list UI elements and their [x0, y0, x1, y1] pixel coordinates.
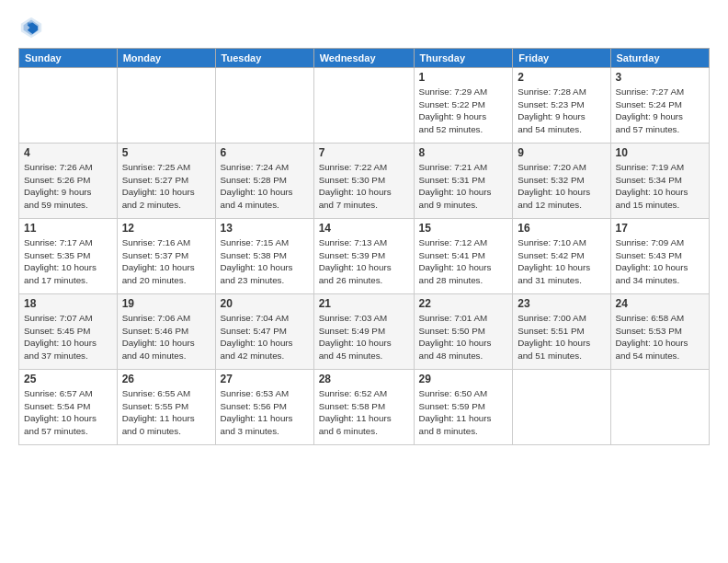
- day-number: 14: [319, 222, 409, 235]
- day-info: Sunrise: 7:20 AMSunset: 5:32 PMDaylight:…: [518, 161, 605, 212]
- calendar-week-row: 25Sunrise: 6:57 AMSunset: 5:54 PMDayligh…: [19, 370, 710, 445]
- day-number: 6: [221, 146, 309, 159]
- page: SundayMondayTuesdayWednesdayThursdayFrid…: [0, 0, 728, 563]
- day-info: Sunrise: 6:52 AMSunset: 5:58 PMDaylight:…: [319, 387, 409, 438]
- day-info: Sunrise: 7:10 AMSunset: 5:42 PMDaylight:…: [518, 236, 605, 287]
- calendar-cell: 7Sunrise: 7:22 AMSunset: 5:30 PMDaylight…: [313, 144, 414, 219]
- calendar-cell: 15Sunrise: 7:12 AMSunset: 5:41 PMDayligh…: [414, 219, 513, 294]
- day-number: 21: [319, 297, 409, 310]
- logo-icon: [18, 15, 44, 40]
- calendar-day-header: Saturday: [610, 49, 710, 68]
- calendar-cell: 16Sunrise: 7:10 AMSunset: 5:42 PMDayligh…: [513, 219, 610, 294]
- calendar-cell: 26Sunrise: 6:55 AMSunset: 5:55 PMDayligh…: [117, 370, 215, 445]
- calendar-cell: [313, 68, 414, 144]
- day-info: Sunrise: 7:01 AMSunset: 5:50 PMDaylight:…: [419, 312, 508, 362]
- calendar-cell: 14Sunrise: 7:13 AMSunset: 5:39 PMDayligh…: [313, 219, 414, 294]
- calendar-cell: 13Sunrise: 7:15 AMSunset: 5:38 PMDayligh…: [215, 219, 313, 294]
- day-number: 29: [419, 373, 508, 385]
- header: [18, 15, 710, 40]
- calendar-cell: 9Sunrise: 7:20 AMSunset: 5:32 PMDaylight…: [513, 144, 610, 219]
- day-number: 17: [616, 222, 705, 235]
- calendar-cell: 6Sunrise: 7:24 AMSunset: 5:28 PMDaylight…: [215, 144, 313, 219]
- day-number: 1: [419, 71, 508, 84]
- day-number: 3: [616, 71, 705, 84]
- day-number: 8: [419, 146, 508, 159]
- calendar-cell: 11Sunrise: 7:17 AMSunset: 5:35 PMDayligh…: [19, 219, 118, 294]
- day-number: 12: [122, 222, 210, 235]
- calendar-cell: 8Sunrise: 7:21 AMSunset: 5:31 PMDaylight…: [414, 144, 513, 219]
- day-number: 7: [319, 146, 409, 159]
- calendar-cell: 4Sunrise: 7:26 AMSunset: 5:26 PMDaylight…: [19, 144, 118, 219]
- calendar-cell: 28Sunrise: 6:52 AMSunset: 5:58 PMDayligh…: [313, 370, 414, 445]
- day-number: 25: [24, 373, 112, 385]
- day-info: Sunrise: 7:06 AMSunset: 5:46 PMDaylight:…: [122, 312, 210, 362]
- day-info: Sunrise: 7:04 AMSunset: 5:47 PMDaylight:…: [221, 312, 309, 362]
- day-info: Sunrise: 7:03 AMSunset: 5:49 PMDaylight:…: [319, 312, 409, 362]
- day-info: Sunrise: 7:07 AMSunset: 5:45 PMDaylight:…: [24, 312, 112, 362]
- calendar-cell: 10Sunrise: 7:19 AMSunset: 5:34 PMDayligh…: [610, 144, 710, 219]
- day-info: Sunrise: 7:09 AMSunset: 5:43 PMDaylight:…: [616, 236, 705, 287]
- calendar-day-header: Monday: [117, 49, 215, 68]
- calendar-cell: [513, 370, 610, 445]
- calendar-cell: 23Sunrise: 7:00 AMSunset: 5:51 PMDayligh…: [513, 294, 610, 370]
- day-info: Sunrise: 6:53 AMSunset: 5:56 PMDaylight:…: [221, 387, 309, 438]
- day-info: Sunrise: 7:00 AMSunset: 5:51 PMDaylight:…: [518, 312, 605, 362]
- day-number: 4: [24, 146, 112, 159]
- day-number: 5: [122, 146, 210, 159]
- calendar-cell: 5Sunrise: 7:25 AMSunset: 5:27 PMDaylight…: [117, 144, 215, 219]
- calendar-table: SundayMondayTuesdayWednesdayThursdayFrid…: [18, 48, 710, 445]
- calendar-day-header: Thursday: [414, 49, 513, 68]
- calendar-week-row: 11Sunrise: 7:17 AMSunset: 5:35 PMDayligh…: [19, 219, 710, 294]
- day-info: Sunrise: 7:21 AMSunset: 5:31 PMDaylight:…: [419, 161, 508, 212]
- day-info: Sunrise: 7:12 AMSunset: 5:41 PMDaylight:…: [419, 236, 508, 287]
- calendar-week-row: 4Sunrise: 7:26 AMSunset: 5:26 PMDaylight…: [19, 144, 710, 219]
- logo: [18, 15, 48, 40]
- day-info: Sunrise: 7:26 AMSunset: 5:26 PMDaylight:…: [24, 161, 112, 212]
- day-number: 26: [122, 373, 210, 385]
- calendar-cell: 3Sunrise: 7:27 AMSunset: 5:24 PMDaylight…: [610, 68, 710, 144]
- day-number: 16: [518, 222, 605, 235]
- calendar-cell: 18Sunrise: 7:07 AMSunset: 5:45 PMDayligh…: [19, 294, 118, 370]
- day-number: 24: [616, 297, 705, 310]
- calendar-cell: [610, 370, 710, 445]
- calendar-cell: 29Sunrise: 6:50 AMSunset: 5:59 PMDayligh…: [414, 370, 513, 445]
- calendar-day-header: Wednesday: [313, 49, 414, 68]
- day-number: 13: [221, 222, 309, 235]
- calendar-cell: 21Sunrise: 7:03 AMSunset: 5:49 PMDayligh…: [313, 294, 414, 370]
- calendar-cell: [19, 68, 118, 144]
- calendar-day-header: Friday: [513, 49, 610, 68]
- day-number: 27: [221, 373, 309, 385]
- calendar-cell: 20Sunrise: 7:04 AMSunset: 5:47 PMDayligh…: [215, 294, 313, 370]
- day-number: 28: [319, 373, 409, 385]
- day-info: Sunrise: 6:58 AMSunset: 5:53 PMDaylight:…: [616, 312, 705, 362]
- day-info: Sunrise: 7:27 AMSunset: 5:24 PMDaylight:…: [616, 86, 705, 136]
- day-number: 9: [518, 146, 605, 159]
- calendar-cell: [117, 68, 215, 144]
- day-info: Sunrise: 7:24 AMSunset: 5:28 PMDaylight:…: [221, 161, 309, 212]
- calendar-week-row: 18Sunrise: 7:07 AMSunset: 5:45 PMDayligh…: [19, 294, 710, 370]
- calendar-cell: 17Sunrise: 7:09 AMSunset: 5:43 PMDayligh…: [610, 219, 710, 294]
- day-number: 15: [419, 222, 508, 235]
- calendar-cell: [215, 68, 313, 144]
- day-number: 11: [24, 222, 112, 235]
- day-info: Sunrise: 7:28 AMSunset: 5:23 PMDaylight:…: [518, 86, 605, 136]
- calendar-cell: 1Sunrise: 7:29 AMSunset: 5:22 PMDaylight…: [414, 68, 513, 144]
- calendar-cell: 22Sunrise: 7:01 AMSunset: 5:50 PMDayligh…: [414, 294, 513, 370]
- day-info: Sunrise: 7:17 AMSunset: 5:35 PMDaylight:…: [24, 236, 112, 287]
- day-info: Sunrise: 7:22 AMSunset: 5:30 PMDaylight:…: [319, 161, 409, 212]
- day-number: 18: [24, 297, 112, 310]
- day-info: Sunrise: 7:19 AMSunset: 5:34 PMDaylight:…: [616, 161, 705, 212]
- day-info: Sunrise: 6:50 AMSunset: 5:59 PMDaylight:…: [419, 387, 508, 438]
- day-number: 19: [122, 297, 210, 310]
- day-info: Sunrise: 7:13 AMSunset: 5:39 PMDaylight:…: [319, 236, 409, 287]
- calendar-week-row: 1Sunrise: 7:29 AMSunset: 5:22 PMDaylight…: [19, 68, 710, 144]
- day-number: 22: [419, 297, 508, 310]
- day-number: 10: [616, 146, 705, 159]
- day-info: Sunrise: 6:55 AMSunset: 5:55 PMDaylight:…: [122, 387, 210, 438]
- calendar-header-row: SundayMondayTuesdayWednesdayThursdayFrid…: [19, 49, 710, 68]
- day-number: 20: [221, 297, 309, 310]
- calendar-cell: 19Sunrise: 7:06 AMSunset: 5:46 PMDayligh…: [117, 294, 215, 370]
- calendar-day-header: Sunday: [19, 49, 118, 68]
- calendar-day-header: Tuesday: [215, 49, 313, 68]
- calendar-cell: 24Sunrise: 6:58 AMSunset: 5:53 PMDayligh…: [610, 294, 710, 370]
